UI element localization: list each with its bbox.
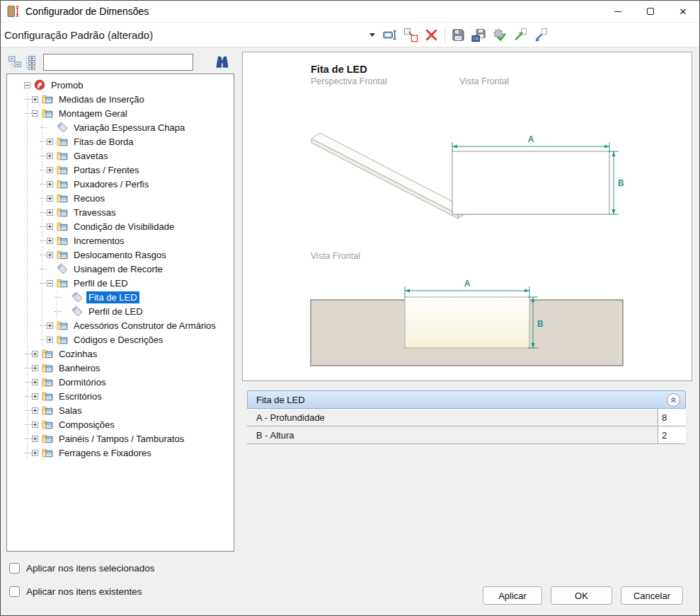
tree-item-fita-de-led[interactable]: Fita de LED [7,290,234,304]
folder-icon [57,136,68,147]
tree-item-gavetas[interactable]: Gavetas [7,149,234,163]
property-value-input[interactable]: 8 [658,409,686,426]
tree-expander-minus[interactable] [47,280,53,286]
search-input[interactable] [43,54,193,71]
tree-item-recuos[interactable]: Recuos [7,191,234,205]
tree-expander-plus[interactable] [47,139,53,145]
tree-expander-plus[interactable] [32,436,38,442]
tree-expander-plus[interactable] [32,422,38,428]
close-button[interactable]: ✕ [667,1,699,22]
tree-expander-minus[interactable] [24,82,30,88]
tree-item-label: Fitas de Borda [71,136,136,148]
apply-settings-button[interactable] [490,25,509,45]
tree-item-acess-rios-construtor-de-arm-rios[interactable]: Acessórios Construtor de Armários [7,318,234,332]
expand-all-button[interactable] [24,55,39,70]
apply-selected-items-checkbox[interactable]: Aplicar nos itens selecionados [9,562,155,574]
folder-icon [57,320,68,331]
tree-item-label: Usinagem de Recorte [71,263,165,275]
tree: Promob Medidas de Inserção Montagem Gera… [6,74,234,552]
cancel-button[interactable]: Cancelar [621,586,683,605]
titlebar[interactable]: Configurador de Dimensões ✕ [1,1,699,23]
tree-item-usinagem-de-recorte[interactable]: Usinagem de Recorte [7,262,234,276]
tree-connector [40,240,47,241]
tree-item-escrit-rios[interactable]: Escritórios [7,389,234,403]
tree-item-label: Variação Espessura Chapa [71,122,187,134]
tag-icon [71,291,83,303]
checkbox-icon[interactable] [9,563,20,574]
minimize-button[interactable] [602,1,634,22]
tree-item-promob[interactable]: Promob [7,78,234,92]
export-icon [512,28,527,42]
tree-item-medidas-de-inser-o[interactable]: Medidas de Inserção [7,92,234,106]
tree-item-cozinhas[interactable]: Cozinhas [7,347,234,361]
tree-item-deslocamento-rasgos[interactable]: Deslocamento Rasgos [7,248,234,262]
tree-item-ferragens-e-fixadores[interactable]: Ferragens e Fixadores [7,446,234,460]
tree-expander-plus[interactable] [32,450,38,456]
apply-button[interactable]: Aplicar [483,586,542,605]
tree-expander-plus[interactable] [47,167,53,173]
save-as-button[interactable] [469,25,488,45]
tree-expander-plus[interactable] [47,195,53,202]
chevron-down-icon [369,33,375,37]
tree-connector [25,410,32,411]
property-value-input[interactable]: 2 [658,426,686,443]
tree-item-composi-es[interactable]: Composições [7,417,234,431]
tree-item-salas[interactable]: Salas [7,403,234,417]
tree-item-montagem-geral[interactable]: Montagem Geral [7,106,234,120]
tree-expander-plus[interactable] [47,238,53,244]
tree-item-c-digos-e-descri-es[interactable]: Códigos e Descrições [7,332,234,347]
tree-expander-plus[interactable] [32,379,38,385]
tree-expander-plus[interactable] [47,153,53,159]
tree-expander-plus[interactable] [47,252,53,258]
property-group-header[interactable]: Fita de LED [247,390,686,409]
tree-expander-plus[interactable] [47,223,53,230]
tree-item-travessas[interactable]: Travessas [7,205,234,219]
tree-item-condi-o-de-visibilidade[interactable]: Condição de Visibilidade [7,219,234,233]
ok-button[interactable]: OK [551,586,612,605]
import-button[interactable] [531,25,550,45]
checkbox-label: Aplicar nos itens selecionados [26,563,155,574]
collapse-group-button[interactable] [667,393,680,407]
tree-expander-minus[interactable] [32,110,38,117]
tree-item-varia-o-espessura-chapa[interactable]: Variação Espessura Chapa [7,120,234,134]
apply-existing-items-checkbox[interactable]: Aplicar nos itens existentes [9,585,142,598]
delete-button[interactable] [422,25,441,45]
export-button[interactable] [510,25,529,45]
folder-icon [57,221,68,232]
tree-item-dormit-rios[interactable]: Dormitórios [7,375,234,389]
tree-item-fitas-de-borda[interactable]: Fitas de Borda [7,134,234,149]
tree-connector [40,170,47,170]
dim-label-a: A [528,134,534,144]
double-chevron-up-icon [670,396,677,404]
maximize-button[interactable] [634,1,667,22]
tree-expander-plus[interactable] [47,337,53,343]
tree-item-puxadores-perfis[interactable]: Puxadores / Perfis [7,177,234,191]
duplicate-button[interactable] [401,25,420,45]
configuration-combo[interactable]: Configuração Padrão (alterado) [1,23,380,47]
tree-expander-plus[interactable] [47,209,53,216]
tree-expander-plus[interactable] [32,365,38,371]
tree-item-portas-frentes[interactable]: Portas / Frentes [7,163,234,177]
tree-expander-plus[interactable] [32,393,38,400]
tree-item-label: Perfil de LED [86,306,145,318]
tree-item-label: Recuos [71,192,107,204]
tree-expander-plus[interactable] [47,322,53,329]
rename-button[interactable] [381,25,400,45]
tree-item-label: Salas [57,405,84,417]
tree-expander-plus[interactable] [32,351,38,357]
checkbox-icon[interactable] [9,586,20,597]
search-button[interactable] [214,54,231,70]
tree-expander-plus[interactable] [32,407,38,414]
collapse-all-button[interactable] [8,55,23,70]
tree-item-perfil-de-led[interactable]: Perfil de LED [7,276,234,290]
tree-item-label: Incrementos [71,235,127,247]
folder-icon [42,405,53,416]
save-button[interactable] [449,25,468,45]
tree-expander-plus[interactable] [47,181,53,187]
tree-item-banheiros[interactable]: Banheiros [7,361,234,375]
tree-item-perfil-de-led[interactable]: Perfil de LED [7,304,234,318]
dimension-configurator-dialog: Configurador de Dimensões ✕ Configuração… [0,0,700,616]
tree-item-pain-is-tampos-tamburatos[interactable]: Painéis / Tampos / Tamburatos [7,431,234,446]
tree-expander-plus[interactable] [32,96,38,103]
tree-item-incrementos[interactable]: Incrementos [7,233,234,248]
